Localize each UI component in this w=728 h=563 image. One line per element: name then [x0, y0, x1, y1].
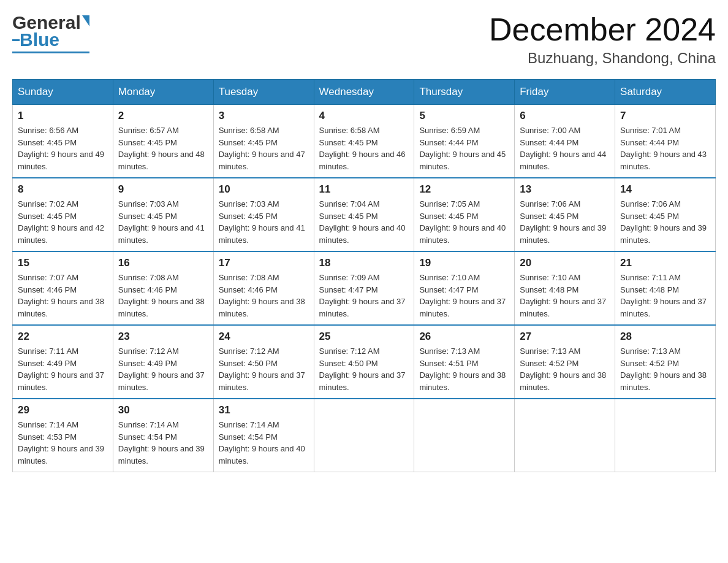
- col-header-wednesday: Wednesday: [314, 80, 414, 105]
- day-number: 7: [620, 110, 710, 122]
- col-header-friday: Friday: [515, 80, 615, 105]
- day-number: 24: [219, 331, 309, 343]
- day-number: 30: [118, 404, 208, 416]
- calendar-cell: 16Sunrise: 7:08 AMSunset: 4:46 PMDayligh…: [113, 251, 213, 325]
- calendar-cell: 10Sunrise: 7:03 AMSunset: 4:45 PMDayligh…: [213, 178, 314, 251]
- calendar-cell: 31Sunrise: 7:14 AMSunset: 4:54 PMDayligh…: [213, 399, 314, 472]
- calendar-cell: [314, 399, 414, 472]
- day-number: 23: [118, 331, 208, 343]
- day-info: Sunrise: 7:13 AMSunset: 4:52 PMDaylight:…: [520, 345, 610, 393]
- day-info: Sunrise: 7:01 AMSunset: 4:44 PMDaylight:…: [620, 124, 710, 172]
- logo: General Blue: [12, 12, 89, 53]
- calendar-cell: 6Sunrise: 7:00 AMSunset: 4:44 PMDaylight…: [515, 105, 615, 178]
- calendar-cell: [515, 399, 615, 472]
- day-info: Sunrise: 7:08 AMSunset: 4:46 PMDaylight:…: [219, 272, 309, 320]
- calendar-cell: 14Sunrise: 7:06 AMSunset: 4:45 PMDayligh…: [615, 178, 716, 251]
- day-info: Sunrise: 7:10 AMSunset: 4:47 PMDaylight:…: [419, 272, 509, 320]
- day-info: Sunrise: 7:04 AMSunset: 4:45 PMDaylight:…: [319, 198, 409, 246]
- day-info: Sunrise: 7:03 AMSunset: 4:45 PMDaylight:…: [118, 198, 208, 246]
- calendar-cell: 20Sunrise: 7:10 AMSunset: 4:48 PMDayligh…: [515, 251, 615, 325]
- day-info: Sunrise: 6:58 AMSunset: 4:45 PMDaylight:…: [319, 124, 409, 172]
- calendar-cell: 28Sunrise: 7:13 AMSunset: 4:52 PMDayligh…: [615, 325, 716, 399]
- day-info: Sunrise: 7:08 AMSunset: 4:46 PMDaylight:…: [118, 272, 208, 320]
- calendar-cell: 8Sunrise: 7:02 AMSunset: 4:45 PMDaylight…: [13, 178, 113, 251]
- calendar-cell: [615, 399, 716, 472]
- day-info: Sunrise: 7:13 AMSunset: 4:51 PMDaylight:…: [419, 345, 509, 393]
- calendar-cell: 13Sunrise: 7:06 AMSunset: 4:45 PMDayligh…: [515, 178, 615, 251]
- day-number: 19: [419, 257, 509, 269]
- day-info: Sunrise: 6:59 AMSunset: 4:44 PMDaylight:…: [419, 124, 509, 172]
- calendar-cell: 15Sunrise: 7:07 AMSunset: 4:46 PMDayligh…: [13, 251, 113, 325]
- day-info: Sunrise: 7:06 AMSunset: 4:45 PMDaylight:…: [620, 198, 710, 246]
- day-number: 13: [520, 183, 610, 196]
- logo-triangle-icon: [82, 15, 89, 26]
- month-title: December 2024: [489, 12, 716, 47]
- day-number: 31: [219, 404, 309, 416]
- calendar-cell: 22Sunrise: 7:11 AMSunset: 4:49 PMDayligh…: [13, 325, 113, 399]
- day-number: 20: [520, 257, 610, 269]
- day-number: 17: [219, 257, 309, 269]
- day-number: 6: [520, 110, 610, 122]
- calendar-cell: 23Sunrise: 7:12 AMSunset: 4:49 PMDayligh…: [113, 325, 213, 399]
- day-info: Sunrise: 7:12 AMSunset: 4:50 PMDaylight:…: [319, 345, 409, 393]
- day-number: 21: [620, 257, 710, 269]
- day-number: 4: [319, 110, 409, 122]
- col-header-monday: Monday: [113, 80, 213, 105]
- calendar-cell: 12Sunrise: 7:05 AMSunset: 4:45 PMDayligh…: [414, 178, 515, 251]
- calendar-cell: 7Sunrise: 7:01 AMSunset: 4:44 PMDaylight…: [615, 105, 716, 178]
- day-info: Sunrise: 7:09 AMSunset: 4:47 PMDaylight:…: [319, 272, 409, 320]
- calendar-cell: [414, 399, 515, 472]
- day-number: 15: [18, 257, 108, 269]
- day-info: Sunrise: 7:11 AMSunset: 4:49 PMDaylight:…: [18, 345, 108, 393]
- day-number: 16: [118, 257, 208, 269]
- calendar-cell: 19Sunrise: 7:10 AMSunset: 4:47 PMDayligh…: [414, 251, 515, 325]
- calendar-cell: 27Sunrise: 7:13 AMSunset: 4:52 PMDayligh…: [515, 325, 615, 399]
- day-info: Sunrise: 6:57 AMSunset: 4:45 PMDaylight:…: [118, 124, 208, 172]
- day-info: Sunrise: 7:02 AMSunset: 4:45 PMDaylight:…: [18, 198, 108, 246]
- day-number: 10: [219, 183, 309, 196]
- day-number: 27: [520, 331, 610, 343]
- calendar-cell: 21Sunrise: 7:11 AMSunset: 4:48 PMDayligh…: [615, 251, 716, 325]
- day-number: 1: [18, 110, 108, 122]
- col-header-tuesday: Tuesday: [213, 80, 314, 105]
- day-info: Sunrise: 7:12 AMSunset: 4:49 PMDaylight:…: [118, 345, 208, 393]
- day-info: Sunrise: 7:14 AMSunset: 4:53 PMDaylight:…: [18, 419, 108, 467]
- calendar-cell: 29Sunrise: 7:14 AMSunset: 4:53 PMDayligh…: [13, 399, 113, 472]
- day-number: 18: [319, 257, 409, 269]
- day-info: Sunrise: 7:12 AMSunset: 4:50 PMDaylight:…: [219, 345, 309, 393]
- calendar-cell: 25Sunrise: 7:12 AMSunset: 4:50 PMDayligh…: [314, 325, 414, 399]
- day-number: 9: [118, 183, 208, 196]
- location: Buzhuang, Shandong, China: [489, 50, 716, 67]
- col-header-sunday: Sunday: [13, 80, 113, 105]
- day-number: 26: [419, 331, 509, 343]
- col-header-saturday: Saturday: [615, 80, 716, 105]
- day-info: Sunrise: 7:14 AMSunset: 4:54 PMDaylight:…: [219, 419, 309, 467]
- day-info: Sunrise: 6:56 AMSunset: 4:45 PMDaylight:…: [18, 124, 108, 172]
- calendar-cell: 3Sunrise: 6:58 AMSunset: 4:45 PMDaylight…: [213, 105, 314, 178]
- calendar-cell: 2Sunrise: 6:57 AMSunset: 4:45 PMDaylight…: [113, 105, 213, 178]
- day-number: 3: [219, 110, 309, 122]
- day-info: Sunrise: 6:58 AMSunset: 4:45 PMDaylight:…: [219, 124, 309, 172]
- day-number: 25: [319, 331, 409, 343]
- day-number: 8: [18, 183, 108, 196]
- day-info: Sunrise: 7:07 AMSunset: 4:46 PMDaylight:…: [18, 272, 108, 320]
- day-number: 2: [118, 110, 208, 122]
- day-info: Sunrise: 7:10 AMSunset: 4:48 PMDaylight:…: [520, 272, 610, 320]
- day-info: Sunrise: 7:06 AMSunset: 4:45 PMDaylight:…: [520, 198, 610, 246]
- day-number: 22: [18, 331, 108, 343]
- day-info: Sunrise: 7:14 AMSunset: 4:54 PMDaylight:…: [118, 419, 208, 467]
- day-number: 5: [419, 110, 509, 122]
- page-header: General Blue December 2024 Buzhuang, Sha…: [12, 12, 716, 67]
- day-info: Sunrise: 7:05 AMSunset: 4:45 PMDaylight:…: [419, 198, 509, 246]
- day-number: 29: [18, 404, 108, 416]
- calendar-cell: 18Sunrise: 7:09 AMSunset: 4:47 PMDayligh…: [314, 251, 414, 325]
- day-number: 11: [319, 183, 409, 196]
- day-info: Sunrise: 7:13 AMSunset: 4:52 PMDaylight:…: [620, 345, 710, 393]
- calendar-cell: 11Sunrise: 7:04 AMSunset: 4:45 PMDayligh…: [314, 178, 414, 251]
- calendar-table: SundayMondayTuesdayWednesdayThursdayFrid…: [12, 79, 716, 472]
- day-number: 28: [620, 331, 710, 343]
- calendar-cell: 1Sunrise: 6:56 AMSunset: 4:45 PMDaylight…: [13, 105, 113, 178]
- calendar-cell: 26Sunrise: 7:13 AMSunset: 4:51 PMDayligh…: [414, 325, 515, 399]
- calendar-cell: 24Sunrise: 7:12 AMSunset: 4:50 PMDayligh…: [213, 325, 314, 399]
- calendar-cell: 30Sunrise: 7:14 AMSunset: 4:54 PMDayligh…: [113, 399, 213, 472]
